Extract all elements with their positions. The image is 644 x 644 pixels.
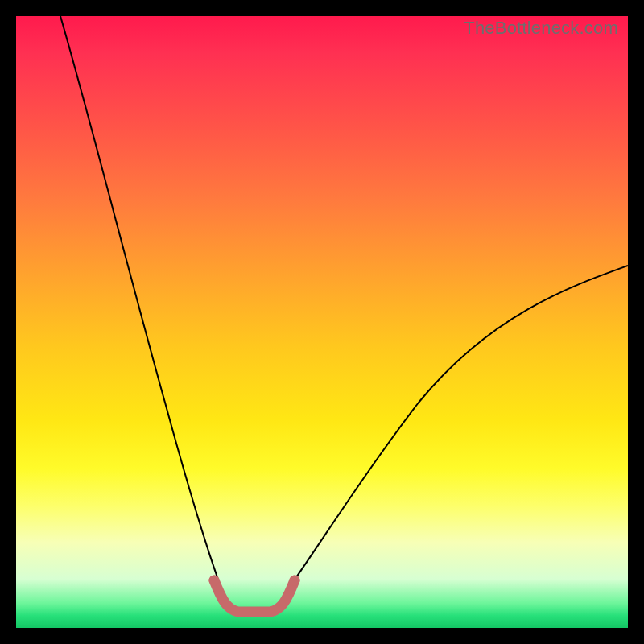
trough-highlight bbox=[214, 580, 295, 612]
trough-dot-right bbox=[290, 576, 300, 586]
chart-frame: TheBottleneck.com bbox=[0, 0, 644, 644]
bottleneck-curve-left bbox=[60, 16, 222, 591]
bottleneck-curve-right bbox=[287, 266, 628, 591]
chart-svg bbox=[16, 16, 628, 628]
chart-plot-area: TheBottleneck.com bbox=[16, 16, 628, 628]
trough-dot-left bbox=[209, 576, 220, 586]
